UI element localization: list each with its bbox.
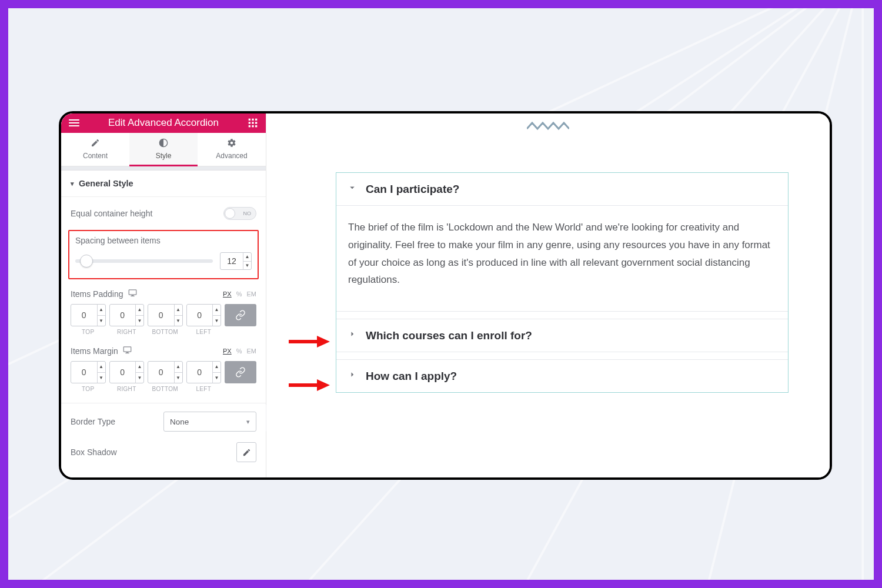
border-type-select[interactable]: None ▾: [163, 412, 256, 432]
svg-rect-19: [249, 125, 250, 127]
zigzag-icon: [527, 121, 569, 131]
spacing-input[interactable]: 12 ▲ ▼: [220, 252, 252, 270]
svg-rect-20: [252, 125, 253, 127]
spin-up-icon[interactable]: ▲: [175, 305, 182, 316]
spin-down-icon[interactable]: ▼: [213, 373, 220, 383]
padding-bottom-input[interactable]: 0▲▼: [148, 304, 183, 326]
margin-right-input[interactable]: 0▲▼: [109, 361, 145, 383]
spin-up-icon[interactable]: ▲: [98, 305, 105, 316]
margin-captions: TOP RIGHT BOTTOM LEFT: [71, 386, 256, 392]
svg-rect-15: [255, 119, 257, 121]
svg-rect-31: [289, 383, 317, 387]
spacing-value: 12: [220, 253, 243, 269]
spacing-label: Spacing between items: [75, 236, 252, 245]
divider: [61, 403, 266, 403]
section-general-label: General Style: [79, 179, 133, 188]
spin-up-icon[interactable]: ▲: [213, 305, 220, 316]
svg-rect-27: [126, 352, 129, 353]
toggle-knob: [225, 208, 235, 219]
svg-rect-23: [129, 290, 136, 295]
padding-left-input[interactable]: 0▲▼: [186, 304, 222, 326]
padding-units: PX % EM: [223, 290, 256, 298]
accordion-item-3: How can I apply?: [336, 359, 788, 392]
unit-px[interactable]: PX: [223, 290, 232, 298]
accordion-header[interactable]: Can I participate?: [336, 173, 788, 205]
spin-up-icon[interactable]: ▲: [243, 253, 251, 262]
spin-down-icon[interactable]: ▼: [98, 373, 105, 383]
svg-rect-17: [252, 122, 253, 124]
accordion-item-1: Can I participate? The brief of the film…: [336, 173, 788, 312]
spin-down-icon[interactable]: ▼: [243, 262, 251, 270]
menu-icon[interactable]: [68, 117, 80, 129]
panel-title: Edit Advanced Accordion: [80, 117, 247, 129]
margin-link-button[interactable]: [225, 361, 256, 383]
unit-px[interactable]: PX: [223, 348, 232, 355]
unit-pct[interactable]: %: [236, 290, 242, 298]
tab-content[interactable]: Content: [61, 133, 129, 166]
tab-advanced-label: Advanced: [216, 152, 247, 160]
svg-rect-26: [123, 347, 131, 352]
items-padding-header: Items Padding PX % EM: [71, 289, 256, 299]
spacing-slider[interactable]: [75, 259, 213, 263]
spin-up-icon[interactable]: ▲: [213, 362, 220, 373]
items-margin-label: Items Margin: [71, 346, 118, 356]
unit-pct[interactable]: %: [236, 348, 242, 355]
padding-captions: TOP RIGHT BOTTOM LEFT: [71, 329, 256, 335]
equal-height-row: Equal container height NO: [71, 205, 256, 222]
svg-rect-12: [69, 126, 79, 127]
padding-inputs: 0▲▼ 0▲▼ 0▲▼ 0▲▼: [71, 304, 256, 326]
margin-inputs: 0▲▼ 0▲▼ 0▲▼ 0▲▼: [71, 361, 256, 383]
equal-height-toggle[interactable]: NO: [223, 207, 256, 220]
spin-up-icon[interactable]: ▲: [136, 362, 143, 373]
desktop-icon[interactable]: [128, 289, 137, 299]
toggle-text: NO: [243, 211, 252, 216]
chevron-down-icon: [347, 182, 358, 196]
accordion-header[interactable]: Which courses can I enroll for?: [336, 319, 788, 352]
svg-rect-13: [249, 119, 250, 121]
spin-down-icon[interactable]: ▼: [136, 316, 143, 326]
padding-right-input[interactable]: 0▲▼: [109, 304, 145, 326]
spin-down-icon[interactable]: ▼: [175, 316, 182, 326]
svg-rect-25: [131, 296, 134, 296]
panel-tabs: Content Style Advanced: [61, 133, 266, 166]
accordion-title: Which courses can I enroll for?: [366, 329, 532, 342]
spin-up-icon[interactable]: ▲: [175, 362, 182, 373]
spin-up-icon[interactable]: ▲: [98, 362, 105, 373]
margin-bottom-input[interactable]: 0▲▼: [148, 361, 183, 383]
apps-icon[interactable]: [247, 117, 259, 129]
border-type-label: Border Type: [71, 417, 115, 426]
slider-thumb[interactable]: [80, 255, 93, 268]
svg-rect-10: [69, 119, 79, 121]
accordion-title: Can I participate?: [366, 183, 459, 196]
spin-down-icon[interactable]: ▼: [136, 373, 143, 383]
margin-left-input[interactable]: 0▲▼: [186, 361, 222, 383]
spin-down-icon[interactable]: ▼: [98, 316, 105, 326]
box-shadow-edit-button[interactable]: [236, 442, 256, 462]
tab-style[interactable]: Style: [129, 133, 198, 166]
desktop-icon[interactable]: [123, 346, 132, 356]
annotation-arrow: [289, 336, 330, 348]
tab-advanced[interactable]: Advanced: [198, 133, 266, 166]
accordion-header[interactable]: How can I apply?: [336, 360, 788, 392]
margin-units: PX % EM: [223, 348, 256, 355]
sidebar-header: Edit Advanced Accordion: [61, 113, 266, 133]
spin-up-icon[interactable]: ▲: [136, 305, 143, 316]
padding-top-input[interactable]: 0▲▼: [71, 304, 106, 326]
chevron-right-icon: [347, 369, 358, 383]
unit-em[interactable]: EM: [247, 348, 257, 355]
contrast-icon: [129, 138, 198, 149]
svg-marker-30: [317, 336, 330, 348]
items-margin-header: Items Margin PX % EM: [71, 346, 256, 356]
spin-down-icon[interactable]: ▼: [213, 316, 220, 326]
padding-link-button[interactable]: [225, 304, 256, 326]
section-general-style[interactable]: ▾ General Style: [61, 171, 266, 197]
pencil-icon: [61, 138, 129, 149]
accordion-item-2: Which courses can I enroll for?: [336, 319, 788, 352]
svg-rect-18: [255, 122, 257, 124]
svg-line-5: [863, 8, 874, 564]
unit-em[interactable]: EM: [247, 290, 257, 298]
equal-height-label: Equal container height: [71, 209, 152, 218]
margin-top-input[interactable]: 0▲▼: [71, 361, 106, 383]
spin-down-icon[interactable]: ▼: [175, 373, 182, 383]
svg-marker-32: [317, 379, 330, 391]
